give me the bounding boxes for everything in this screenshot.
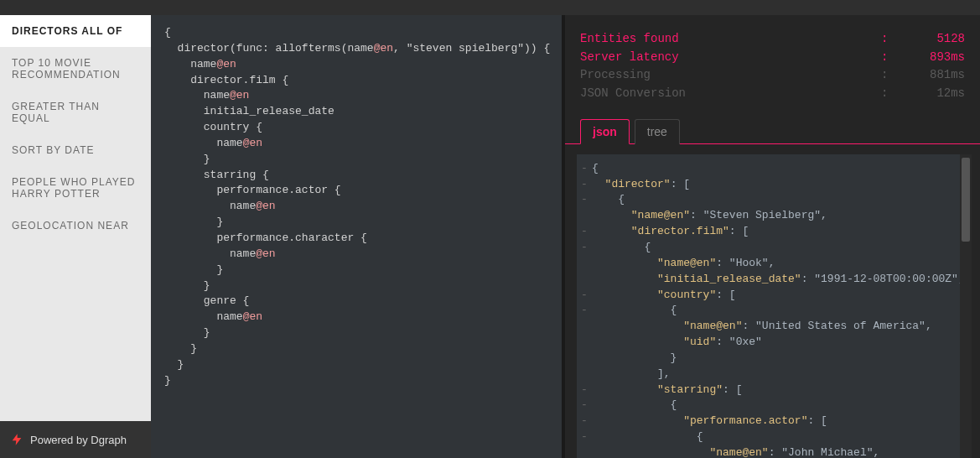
fold-toggle[interactable]: - bbox=[577, 192, 592, 208]
powered-label: Powered by Dgraph bbox=[30, 434, 127, 446]
stat-label: Entities found bbox=[580, 30, 881, 49]
stat-colon: : bbox=[881, 30, 906, 49]
sidebar-item-4[interactable]: PEOPLE WHO PLAYED HARRY POTTER bbox=[0, 166, 151, 210]
stat-row: Processing:881ms bbox=[580, 66, 965, 85]
fold-toggle[interactable]: - bbox=[577, 414, 592, 429]
sidebar-item-1[interactable]: TOP 10 MOVIE RECOMMENDATION bbox=[0, 47, 151, 91]
stat-colon: : bbox=[881, 85, 906, 103]
fold-toggle[interactable]: - bbox=[577, 288, 592, 304]
sidebar-item-5[interactable]: GEOLOCATION NEAR bbox=[0, 210, 151, 242]
sidebar: DIRECTORS ALL OFTOP 10 MOVIE RECOMMENDAT… bbox=[0, 15, 151, 458]
stat-value: 893ms bbox=[906, 49, 965, 67]
result-panel: Entities found:5128Server latency:893msP… bbox=[562, 15, 980, 458]
stat-value: 12ms bbox=[906, 85, 965, 103]
stats-block: Entities found:5128Server latency:893msP… bbox=[565, 15, 980, 112]
fold-toggle[interactable]: - bbox=[577, 161, 592, 177]
fold-toggle[interactable]: - bbox=[577, 224, 592, 240]
sidebar-item-3[interactable]: SORT BY DATE bbox=[0, 134, 151, 166]
fold-toggle[interactable] bbox=[577, 445, 592, 458]
stat-colon: : bbox=[881, 49, 906, 67]
json-result-view[interactable]: -{ - "director": [ - { "name@en": "Steve… bbox=[577, 154, 972, 458]
fold-toggle[interactable]: - bbox=[577, 240, 592, 256]
fold-toggle[interactable]: - bbox=[577, 398, 592, 414]
sidebar-item-2[interactable]: GREATER THAN EQUAL bbox=[0, 91, 151, 134]
stat-value: 5128 bbox=[906, 30, 965, 49]
query-editor[interactable]: { director(func: allofterms(name@en, "st… bbox=[151, 15, 562, 458]
fold-toggle[interactable] bbox=[577, 319, 592, 335]
fold-toggle[interactable]: - bbox=[577, 429, 592, 445]
stat-label: JSON Conversion bbox=[580, 85, 881, 103]
fold-toggle[interactable] bbox=[577, 367, 592, 383]
fold-toggle[interactable] bbox=[577, 208, 592, 224]
powered-by: Powered by Dgraph bbox=[0, 421, 151, 458]
scrollbar[interactable] bbox=[960, 154, 972, 458]
top-bar bbox=[0, 0, 980, 15]
stat-row: JSON Conversion:12ms bbox=[580, 85, 965, 103]
tab-tree[interactable]: tree bbox=[635, 119, 680, 144]
stat-row: Entities found:5128 bbox=[580, 30, 965, 49]
dgraph-logo-icon bbox=[10, 433, 23, 446]
fold-toggle[interactable] bbox=[577, 272, 592, 288]
tab-json[interactable]: json bbox=[580, 119, 630, 144]
sidebar-item-0[interactable]: DIRECTORS ALL OF bbox=[0, 15, 151, 47]
result-tabs: jsontree bbox=[565, 112, 980, 144]
stat-colon: : bbox=[881, 66, 906, 85]
fold-toggle[interactable]: - bbox=[577, 383, 592, 398]
stat-row: Server latency:893ms bbox=[580, 49, 965, 67]
fold-toggle[interactable] bbox=[577, 335, 592, 351]
fold-toggle[interactable] bbox=[577, 256, 592, 272]
stat-value: 881ms bbox=[906, 66, 965, 85]
fold-toggle[interactable] bbox=[577, 351, 592, 367]
fold-toggle[interactable]: - bbox=[577, 303, 592, 319]
stat-label: Processing bbox=[580, 66, 881, 85]
fold-toggle[interactable]: - bbox=[577, 177, 592, 193]
scrollbar-thumb[interactable] bbox=[962, 158, 970, 242]
stat-label: Server latency bbox=[580, 49, 881, 67]
